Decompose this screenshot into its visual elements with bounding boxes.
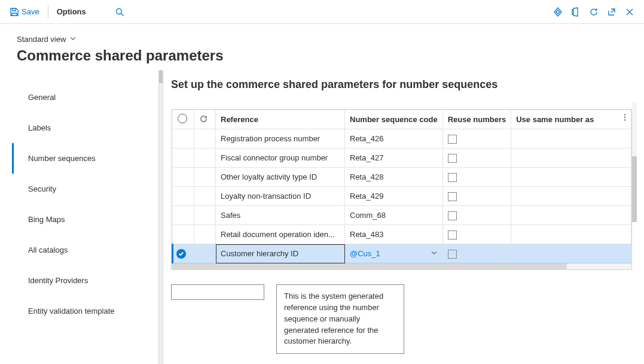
sidebar-item-labels[interactable]: Labels (12, 113, 157, 143)
col-reference[interactable]: Reference (216, 110, 345, 129)
grid: Reference Number sequence code Reuse num… (171, 109, 632, 270)
main-title: Set up the commerce shared parameters fo… (171, 78, 632, 91)
refresh-icon[interactable] (589, 7, 599, 17)
save-label: Save (22, 7, 39, 16)
table-row-selected[interactable]: Customer hierarchy ID @Cus_1 (173, 244, 631, 263)
table-row[interactable]: Safes Comm_68 (173, 206, 631, 225)
toolbar-divider (48, 5, 48, 19)
select-all-icon (178, 114, 187, 123)
reuse-checkbox[interactable] (448, 154, 457, 163)
popout-icon[interactable] (607, 7, 616, 17)
office-icon[interactable] (571, 7, 581, 17)
grid-options-icon[interactable] (621, 113, 629, 123)
page-title: Commerce shared parameters (17, 47, 627, 64)
main-panel: Set up the commerce shared parameters fo… (165, 70, 644, 364)
sidebar-item-bing-maps[interactable]: Bing Maps (12, 204, 157, 235)
search-button[interactable] (110, 5, 129, 19)
col-use-same[interactable]: Use same number as (511, 110, 631, 129)
horizontal-scrollbar[interactable] (172, 263, 631, 269)
reuse-checkbox[interactable] (448, 230, 457, 239)
options-button[interactable]: Options (52, 5, 91, 19)
save-icon (10, 7, 19, 17)
row-selected-icon[interactable] (176, 249, 186, 259)
svg-point-3 (624, 119, 625, 120)
top-toolbar: Save Options (0, 0, 644, 24)
table-row[interactable]: Other loyalty activity type ID Reta_428 (173, 168, 631, 187)
field-help-tooltip: This is the system generated reference u… (276, 284, 404, 354)
reuse-checkbox[interactable] (448, 211, 457, 220)
grid-header-row: Reference Number sequence code Reuse num… (173, 110, 631, 129)
sidebar-item-number-sequences[interactable]: Number sequences (12, 143, 157, 174)
reuse-checkbox[interactable] (448, 173, 457, 182)
chevron-down-icon (69, 35, 77, 44)
chevron-down-icon (431, 249, 438, 258)
reuse-checkbox[interactable] (448, 135, 457, 144)
attach-icon[interactable] (553, 7, 563, 17)
refresh-header[interactable] (194, 110, 216, 129)
table-row[interactable]: Retail document operation iden... Reta_4… (173, 225, 631, 244)
view-switcher[interactable]: Standard view (17, 35, 77, 46)
search-icon (115, 7, 124, 17)
grid-refresh-icon (199, 116, 208, 125)
svg-point-1 (624, 114, 625, 115)
table-row[interactable]: Fiscal connector group number Reta_427 (173, 148, 631, 168)
close-icon[interactable] (625, 7, 634, 17)
below-grid-row: This is the system generated reference u… (171, 284, 632, 354)
table-row[interactable]: Registration process number Reta_426 (173, 129, 631, 148)
sidebar-item-general[interactable]: General (12, 82, 157, 113)
sequence-code-dropdown[interactable]: @Cus_1 (345, 244, 443, 263)
col-reuse[interactable]: Reuse numbers (442, 110, 511, 129)
reuse-checkbox[interactable] (448, 250, 457, 259)
sidebar-item-entity-validation[interactable]: Entity validation template (12, 296, 157, 326)
sidebar-item-security[interactable]: Security (12, 174, 157, 204)
page-header: Standard view Commerce shared parameters (0, 24, 644, 70)
view-label-text: Standard view (17, 35, 66, 44)
sidebar: General Labels Number sequences Security… (0, 70, 157, 364)
reuse-checkbox[interactable] (448, 192, 457, 201)
options-label: Options (57, 7, 86, 16)
sidebar-item-all-catalogs[interactable]: All catalogs (12, 235, 157, 265)
svg-point-2 (624, 117, 625, 118)
svg-point-0 (116, 8, 121, 14)
table-row[interactable]: Loyalty non-transaction ID Reta_429 (173, 187, 631, 206)
sidebar-item-identity-providers[interactable]: Identity Providers (12, 265, 157, 296)
splitter[interactable] (157, 70, 165, 364)
select-all-header[interactable] (173, 110, 194, 129)
vertical-scrollbar[interactable] (632, 102, 637, 222)
col-sequence-code[interactable]: Number sequence code (345, 110, 443, 129)
filter-input[interactable] (171, 284, 264, 300)
content-area: General Labels Number sequences Security… (0, 70, 644, 364)
save-button[interactable]: Save (5, 5, 44, 19)
